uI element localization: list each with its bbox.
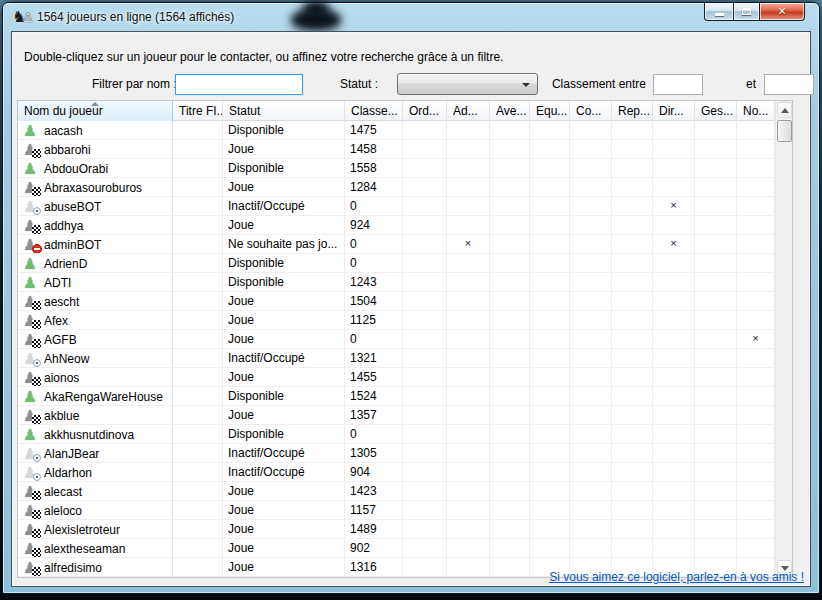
rating-cell: 1243 (345, 273, 403, 291)
rating-min-input[interactable] (653, 74, 703, 95)
table-row[interactable]: ♟AhNeowInactif/Occupé1321 (18, 349, 775, 368)
vertical-scrollbar[interactable] (775, 101, 792, 577)
table-row[interactable]: ♟AGFBJoue0× (18, 330, 775, 349)
column-header[interactable]: Nom du joueur (18, 101, 173, 121)
player-name-cell: ♟AbdouOrabi (18, 159, 173, 177)
status-cell: Joue (223, 558, 345, 576)
table-row[interactable]: ♟AbraxasouroburosJoue1284 (18, 178, 775, 197)
status-badge (32, 567, 41, 576)
empty-cell (490, 254, 530, 272)
empty-cell (490, 463, 530, 481)
column-header[interactable]: Ges... (695, 101, 737, 121)
mark-cell: × (653, 235, 695, 253)
empty-cell (653, 121, 695, 139)
empty-cell (530, 368, 570, 386)
column-header[interactable]: Ord... (403, 101, 447, 121)
empty-cell (530, 216, 570, 234)
status-dropdown[interactable] (397, 73, 538, 95)
titlebar[interactable]: ♞ ♙ 1564 joueurs en ligne (1564 affichés… (3, 3, 819, 31)
status-badge (32, 529, 41, 538)
maximize-button[interactable] (733, 3, 760, 21)
table-row[interactable]: ♟alelocoJoue1157 (18, 501, 775, 520)
table-row[interactable]: ♟abuseBOTInactif/Occupé0× (18, 197, 775, 216)
empty-cell (403, 463, 447, 481)
instruction-text: Double-cliquez sur un joueur pour le con… (24, 50, 503, 64)
column-header[interactable]: Equ... (530, 101, 570, 121)
column-header[interactable]: Ad... (447, 101, 490, 121)
table-row[interactable]: ♟aionosJoue1455 (18, 368, 775, 387)
empty-cell (570, 482, 612, 500)
table-row[interactable]: ♟aacashDisponible1475 (18, 121, 775, 140)
status-cell: Joue (223, 330, 345, 348)
window-controls: ✕ (704, 3, 805, 21)
column-header[interactable]: No... (737, 101, 775, 121)
column-header[interactable]: Ave... (490, 101, 530, 121)
table-row[interactable]: ♟addhyaJoue924 (18, 216, 775, 235)
empty-cell (447, 273, 490, 291)
table-row[interactable]: ♟akblueJoue1357 (18, 406, 775, 425)
player-name: AlanJBear (42, 447, 99, 461)
title-cell (173, 159, 223, 177)
status-cell: Joue (223, 178, 345, 196)
scroll-up-button[interactable] (777, 102, 792, 118)
empty-cell (695, 216, 737, 234)
empty-cell (737, 121, 775, 139)
empty-cell (447, 216, 490, 234)
table-row[interactable]: ♟AfexJoue1125 (18, 311, 775, 330)
pawn-playing-icon: ♟ (22, 484, 38, 500)
empty-cell (612, 254, 653, 272)
empty-cell (490, 159, 530, 177)
player-name-cell: ♟AlanJBear (18, 444, 173, 462)
player-name: AGFB (42, 333, 77, 347)
table-row[interactable]: ♟AldarhonInactif/Occupé904 (18, 463, 775, 482)
filter-name-input[interactable] (175, 74, 303, 95)
empty-cell (737, 425, 775, 443)
status-badge (32, 301, 41, 310)
table-row[interactable]: ♟alextheseamanJoue902 (18, 539, 775, 558)
empty-cell (737, 197, 775, 215)
table-row[interactable]: ♟aeschtJoue1504 (18, 292, 775, 311)
table-row[interactable]: ♟AkaRengaWareHouseDisponible1524 (18, 387, 775, 406)
column-header[interactable]: Classe... (345, 101, 403, 121)
table-row[interactable]: ♟adminBOTNe souhaite pas jo...0×× (18, 235, 775, 254)
empty-cell (653, 406, 695, 424)
scrollbar-thumb[interactable] (777, 120, 792, 142)
empty-cell (447, 482, 490, 500)
empty-cell (570, 254, 612, 272)
column-header[interactable]: Dir... (653, 101, 695, 121)
empty-cell (737, 216, 775, 234)
column-header[interactable]: Co... (570, 101, 612, 121)
column-header[interactable]: Rep... (612, 101, 653, 121)
status-badge (32, 187, 41, 196)
empty-cell (530, 406, 570, 424)
minimize-button[interactable] (704, 3, 733, 21)
table-row[interactable]: ♟alecastJoue1423 (18, 482, 775, 501)
column-header[interactable]: Titre FI... (173, 101, 223, 121)
empty-cell (612, 482, 653, 500)
pawn-playing-icon: ♟ (22, 294, 38, 310)
share-link[interactable]: Si vous aimez ce logiciel, parlez-en à v… (549, 570, 804, 584)
rating-cell: 1423 (345, 482, 403, 500)
table-row[interactable]: ♟AlexisletroteurJoue1489 (18, 520, 775, 539)
empty-cell (403, 140, 447, 158)
empty-cell (490, 501, 530, 519)
empty-cell (653, 368, 695, 386)
empty-cell (530, 235, 570, 253)
empty-cell (653, 292, 695, 310)
close-button[interactable]: ✕ (760, 3, 805, 21)
player-table: Nom du joueurTitre FI...StatutClasse...O… (17, 100, 793, 578)
table-row[interactable]: ♟AdrienDDisponible0 (18, 254, 775, 273)
empty-cell (447, 197, 490, 215)
table-row[interactable]: ♟AbdouOrabiDisponible1558 (18, 159, 775, 178)
rating-max-input[interactable] (764, 74, 814, 95)
table-row[interactable]: ♟akkhusnutdinovaDisponible0 (18, 425, 775, 444)
table-row[interactable]: ♟ADTIDisponible1243 (18, 273, 775, 292)
table-row[interactable]: ♟abbarohiJoue1458 (18, 140, 775, 159)
column-header[interactable]: Statut (223, 101, 345, 121)
player-name: ADTI (42, 276, 71, 290)
status-cell: Joue (223, 216, 345, 234)
table-row[interactable]: ♟AlanJBearInactif/Occupé1305 (18, 444, 775, 463)
rating-cell: 1455 (345, 368, 403, 386)
rating-cell: 1321 (345, 349, 403, 367)
rating-cell: 1125 (345, 311, 403, 329)
